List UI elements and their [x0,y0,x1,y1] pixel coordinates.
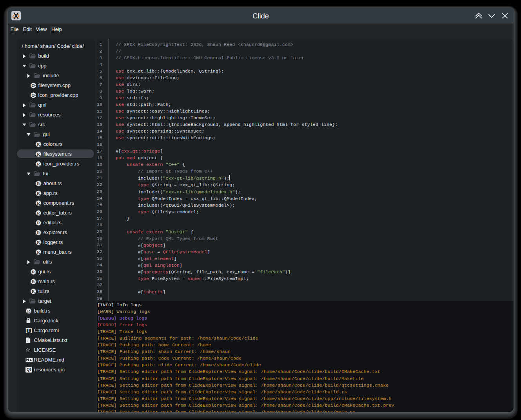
svg-text:C: C [31,83,34,87]
svg-text:R: R [37,201,40,205]
svg-text:R: R [32,269,35,274]
svg-text:R: R [37,162,40,166]
svg-text:R: R [37,191,40,195]
svg-text:Qt: Qt [27,367,31,372]
svg-text:R: R [37,142,40,146]
svg-text:R: R [32,289,35,293]
svg-text:R: R [37,250,40,254]
svg-text:R: R [37,181,40,185]
svg-text:R: R [32,279,35,284]
svg-text:R: R [27,309,30,313]
svg-text:R: R [37,240,40,244]
svg-text:C: C [31,93,34,97]
svg-text:R: R [37,211,40,215]
svg-text:R: R [37,220,40,225]
svg-text:R: R [37,152,40,156]
svg-text:R: R [37,230,40,235]
